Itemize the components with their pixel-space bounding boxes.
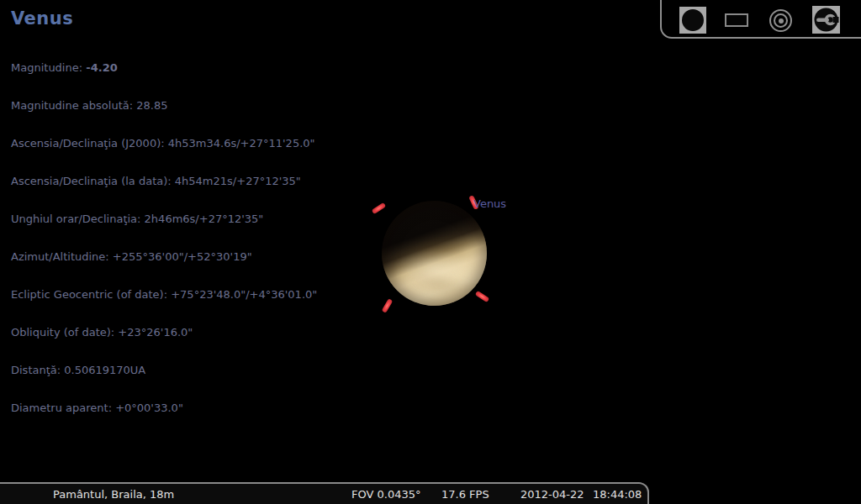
info-line: Azimut/Altitudine: +255°36'00"/+52°30'19…	[11, 250, 317, 263]
info-line: Ascensia/Declinaţia (J2000): 4h53m34.6s/…	[11, 137, 317, 150]
selection-pointer-icon	[381, 298, 393, 313]
info-line: Ecliptic Geocentric (of date): +75°23'48…	[11, 288, 317, 301]
status-bar: Pamântul, Braila, 18m FOV 0.0435° 17.6 F…	[0, 482, 649, 504]
rectangle-icon	[725, 13, 748, 27]
wrench-icon	[812, 6, 840, 34]
toolbar-button-circle[interactable]	[679, 7, 706, 34]
object-title: Venus	[11, 8, 317, 29]
toolbar-button-center-target[interactable]	[768, 7, 795, 34]
info-line: Magnitudine absolută: 28.85	[11, 99, 317, 112]
planet-venus-disc[interactable]	[382, 201, 487, 306]
status-fov: FOV 0.0435°	[351, 488, 421, 501]
target-icon-dot	[779, 18, 784, 24]
info-line: Unghiul orar/Declinaţia: 2h46m6s/+27°12'…	[11, 213, 317, 225]
top-toolbar-panel	[660, 0, 861, 39]
status-date: 2012-04-22	[520, 488, 584, 501]
status-location: Pamântul, Braila, 18m	[53, 488, 174, 501]
info-line: Distanţă: 0.50619170UA	[11, 364, 317, 376]
info-line-magnitude: Magnitudine: -4.20	[11, 61, 317, 74]
info-line: Diametru aparent: +0°00'33.0"	[11, 402, 317, 414]
selection-pointer-icon	[372, 202, 387, 213]
object-info-lines: Magnitudine: -4.20 Magnitudine absolută:…	[11, 36, 317, 439]
info-line: Obliquity (of date): +23°26'16.0"	[11, 326, 317, 339]
status-fps: 17.6 FPS	[441, 488, 489, 501]
info-line: Ascensia/Declinaţia (la data): 4h54m21s/…	[11, 175, 317, 187]
status-time: 18:44:08	[593, 488, 642, 501]
object-info-panel: Venus Magnitudine: -4.20 Magnitudine abs…	[11, 8, 317, 439]
planet-label[interactable]: Venus	[473, 197, 506, 210]
circle-icon	[682, 9, 704, 31]
selection-pointer-icon	[474, 290, 489, 302]
toolbar-button-window[interactable]	[723, 7, 750, 34]
stellarium-window: Venus Venus Magnitudine: -4.20 Magnitudi…	[0, 0, 861, 504]
toolbar-button-settings[interactable]	[812, 6, 840, 34]
